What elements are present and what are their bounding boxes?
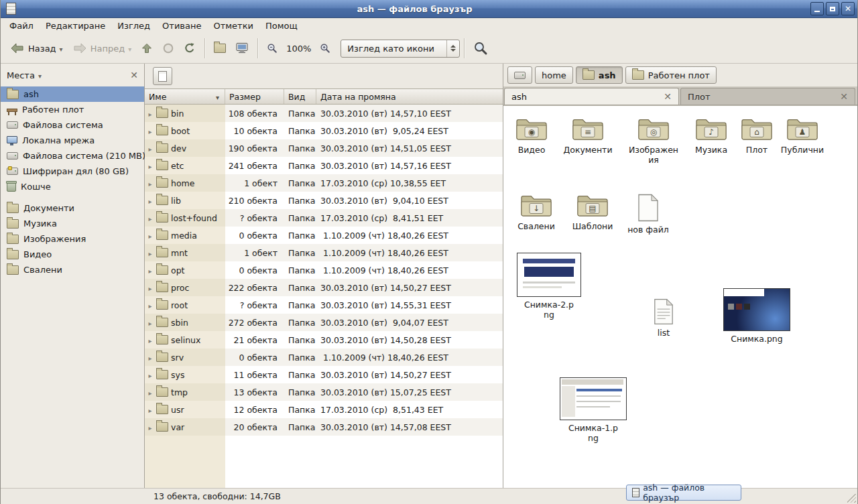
expander-icon[interactable] xyxy=(147,387,154,397)
tree-row-srv[interactable]: srv0 обектаПапка 1.10.2009 (чт) 18,40,26… xyxy=(145,349,503,366)
icon-documents-folder[interactable]: ≡ Документи xyxy=(560,117,616,155)
icon-pictures-folder[interactable]: ◎ Изображения xyxy=(625,117,682,166)
titlebar[interactable]: ash — файлов браузър ✕ xyxy=(1,0,857,18)
view-mode-select[interactable]: Изглед като икони xyxy=(341,40,460,58)
expander-icon[interactable] xyxy=(147,318,154,328)
stop-button[interactable] xyxy=(158,38,179,58)
sidebar-item-filesystem[interactable]: Файлова система xyxy=(1,117,144,133)
close-button[interactable]: ✕ xyxy=(841,2,855,15)
expander-icon[interactable] xyxy=(147,143,154,153)
column-header-name[interactable]: Име xyxy=(145,89,225,104)
tab-desktop[interactable]: Плот✕ xyxy=(680,88,855,105)
taskbar-window-button[interactable]: ash — файлов браузър xyxy=(626,485,741,501)
expander-icon[interactable] xyxy=(147,422,154,432)
menu-bookmarks[interactable]: Отметки xyxy=(207,19,259,32)
tree-row-etc[interactable]: etc241 обектаПапка30.03.2010 (вт) 14,57,… xyxy=(145,157,503,174)
sidebar-item-music[interactable]: Музика xyxy=(1,216,144,231)
zoom-in-button[interactable] xyxy=(315,39,335,58)
tree-row-tmp[interactable]: tmp13 обектаПапка30.03.2010 (вт) 15,07,2… xyxy=(145,383,503,401)
expander-icon[interactable] xyxy=(147,161,154,171)
menu-help[interactable]: Помощ xyxy=(259,19,304,32)
sidebar-item-downloads[interactable]: Свалени xyxy=(1,262,144,277)
tree-row-sys[interactable]: sys11 обектаПапка30.03.2010 (вт) 14,50,2… xyxy=(145,366,503,383)
home-button[interactable] xyxy=(209,40,231,57)
reload-button[interactable] xyxy=(179,38,200,58)
tab-ash[interactable]: ash✕ xyxy=(504,88,679,105)
icon-snimka-1-image[interactable]: Снимка-1.png xyxy=(558,377,628,444)
icon-list-file[interactable]: list xyxy=(635,298,692,338)
tree-row-lost-found[interactable]: lost+found? обектаПапка17.03.2010 (ср) 8… xyxy=(145,209,503,227)
zoom-out-button[interactable] xyxy=(262,39,282,58)
expander-icon[interactable] xyxy=(147,335,154,345)
tab-close-icon[interactable]: ✕ xyxy=(664,92,672,101)
sidebar-item-network[interactable]: Локална мрежа xyxy=(1,133,144,148)
combo-arrows-icon[interactable] xyxy=(446,40,459,57)
search-button[interactable] xyxy=(469,37,493,60)
expander-icon[interactable] xyxy=(147,178,154,188)
up-button[interactable] xyxy=(136,38,158,58)
menu-file[interactable]: Файл xyxy=(3,19,40,32)
tree-row-boot[interactable]: boot10 обектаПапка30.03.2010 (вт) 9,05,2… xyxy=(145,122,503,139)
tree-row-opt[interactable]: opt0 обектаПапка 1.10.2009 (чт) 18,40,26… xyxy=(145,261,503,279)
tree-row-home[interactable]: home1 обектПапка17.03.2010 (ср) 10,38,55… xyxy=(145,174,503,192)
pathbar-home-button[interactable]: home xyxy=(535,66,573,84)
menu-view[interactable]: Изглед xyxy=(111,19,156,32)
tree-row-selinux[interactable]: selinux21 обектаПапка30.03.2010 (вт) 14,… xyxy=(145,331,503,349)
expander-icon[interactable] xyxy=(147,109,154,119)
expander-icon[interactable] xyxy=(147,196,154,206)
menu-edit[interactable]: Редактиране xyxy=(40,19,111,32)
places-chevron-icon[interactable] xyxy=(38,70,42,80)
sidebar-item-encrypted-80gb[interactable]: Шифриран дял (80 GB) xyxy=(1,164,144,179)
column-header-type[interactable]: Вид xyxy=(284,89,316,104)
sidebar-item-pictures[interactable]: Изображения xyxy=(1,231,144,247)
sidebar-item-videos[interactable]: Видео xyxy=(1,247,144,262)
icon-downloads-folder[interactable]: ↓ Свалени xyxy=(508,193,564,232)
tree-row-usr[interactable]: usr12 обектаПапка17.03.2010 (ср) 8,51,43… xyxy=(145,401,503,418)
tree-row-proc[interactable]: proc222 обектаПапка30.03.2010 (вт) 14,50… xyxy=(145,279,503,296)
expander-icon[interactable] xyxy=(147,126,154,136)
tree-row-sbin[interactable]: sbin272 обектаПапка30.03.2010 (вт) 9,04,… xyxy=(145,314,503,331)
tree-row-bin[interactable]: bin108 обектаПапка30.03.2010 (вт) 14,57,… xyxy=(145,105,503,122)
expander-icon[interactable] xyxy=(147,231,154,241)
tree-row-root[interactable]: root? обектаПапка30.03.2010 (вт) 14,55,3… xyxy=(145,296,503,314)
sidebar-item-home[interactable]: ash xyxy=(1,86,144,102)
expander-icon[interactable] xyxy=(147,300,154,310)
close-sidebar-icon[interactable]: ✕ xyxy=(130,70,138,80)
icon-view[interactable]: ◉ Видео ≡ Документи ◎ Изображения ♪ Музи… xyxy=(503,105,857,488)
tab-close-icon[interactable]: ✕ xyxy=(840,92,848,101)
minimize-button[interactable] xyxy=(810,2,824,15)
icon-videos-folder[interactable]: ◉ Видео xyxy=(503,117,560,155)
sidebar-item-trash[interactable]: Кошче xyxy=(1,179,144,194)
tree-row-dev[interactable]: dev190 обектаПапка30.03.2010 (вт) 14,51,… xyxy=(145,139,503,157)
icon-snimka-image[interactable]: Снимка.png xyxy=(722,288,792,344)
forward-button[interactable]: Напред xyxy=(68,38,137,59)
pathbar-ash-button[interactable]: ash xyxy=(576,66,623,84)
tree-row-lib[interactable]: lib210 обектаПапка30.03.2010 (вт) 9,04,1… xyxy=(145,192,503,209)
maximize-button[interactable] xyxy=(826,2,839,15)
expander-icon[interactable] xyxy=(147,213,154,223)
expander-icon[interactable] xyxy=(147,283,154,293)
resize-grip[interactable] xyxy=(847,494,856,503)
column-header-size[interactable]: Размер xyxy=(225,89,284,104)
sidebar-item-desktop[interactable]: Работен плот xyxy=(1,102,144,117)
computer-button[interactable] xyxy=(231,38,253,58)
back-history-dropdown-icon[interactable] xyxy=(60,44,63,54)
expander-icon[interactable] xyxy=(147,370,154,380)
expander-icon[interactable] xyxy=(147,405,154,415)
expander-icon[interactable] xyxy=(147,265,154,275)
tree-row-mnt[interactable]: mnt1 обектПапка 1.10.2009 (чт) 18,40,26 … xyxy=(145,244,503,261)
expander-icon[interactable] xyxy=(147,353,154,363)
menu-go[interactable]: Отиване xyxy=(156,19,207,32)
icon-new-file[interactable]: нов файл xyxy=(620,194,676,235)
icon-snimka-2-image[interactable]: Снимка-2.png xyxy=(514,253,584,320)
expander-icon[interactable] xyxy=(147,248,154,258)
tree-row-media[interactable]: media0 обектаПапка 1.10.2009 (чт) 18,40,… xyxy=(145,227,503,244)
pathbar-root-button[interactable] xyxy=(153,67,172,85)
sidebar-item-documents[interactable]: Документи xyxy=(1,200,144,216)
back-button[interactable]: Назад xyxy=(5,38,68,59)
sidebar-item-volume-210mb[interactable]: Файлова система (210 MB) xyxy=(1,148,144,164)
tree-row-var[interactable]: var20 обектаПапка30.03.2010 (вт) 14,57,0… xyxy=(145,418,503,436)
pathbar-desktop-button[interactable]: Работен плот xyxy=(625,66,717,84)
pathbar-filesystem-button[interactable] xyxy=(507,66,532,84)
column-header-date[interactable]: Дата на промяна xyxy=(316,89,503,104)
